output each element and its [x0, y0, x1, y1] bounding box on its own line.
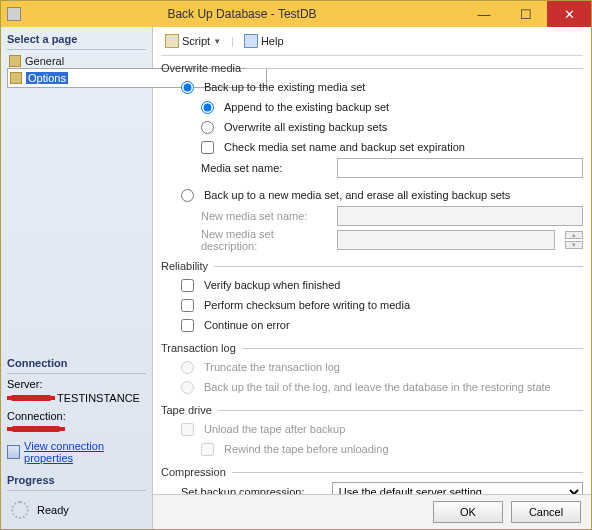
- group-compression: Compression Set backup compression: Use …: [161, 466, 583, 494]
- properties-icon: [7, 445, 20, 459]
- ok-button[interactable]: OK: [433, 501, 503, 523]
- radio-truncate-log: [181, 361, 194, 374]
- select-page-heading: Select a page: [7, 31, 146, 50]
- page-icon: [9, 55, 21, 67]
- chevron-down-icon: ▼: [213, 37, 221, 46]
- toolbar: Script ▼ | Help: [161, 31, 583, 56]
- main-panel: Script ▼ | Help Overwrite media Back up …: [153, 27, 591, 494]
- compression-select[interactable]: Use the default server setting: [332, 482, 583, 494]
- check-perform-checksum[interactable]: [181, 299, 194, 312]
- connection-label: Connection:: [7, 410, 146, 422]
- new-media-desc-input: [337, 230, 555, 250]
- server-value: TESTINSTANCE: [57, 392, 140, 404]
- connection-redacted: [7, 424, 65, 434]
- media-set-name-label: Media set name:: [201, 162, 331, 174]
- media-set-name-input[interactable]: [337, 158, 583, 178]
- new-media-desc-label: New media set description:: [201, 228, 331, 252]
- script-button[interactable]: Script ▼: [161, 33, 225, 49]
- radio-backup-tail: [181, 381, 194, 394]
- page-icon: [10, 72, 22, 84]
- progress-heading: Progress: [7, 472, 146, 491]
- dialog-footer: OK Cancel: [153, 494, 591, 529]
- window-title: Back Up Database - TestDB: [21, 7, 463, 21]
- check-rewind-tape: [201, 443, 214, 456]
- help-icon: [244, 34, 258, 48]
- new-media-name-input: [337, 206, 583, 226]
- title-bar[interactable]: Back Up Database - TestDB — ☐ ✕: [1, 1, 591, 27]
- check-continue-on-error[interactable]: [181, 319, 194, 332]
- close-button[interactable]: ✕: [547, 1, 591, 27]
- connection-heading: Connection: [7, 355, 146, 374]
- dialog-window: Back Up Database - TestDB — ☐ ✕ Select a…: [0, 0, 592, 530]
- radio-append-existing[interactable]: [201, 101, 214, 114]
- view-connection-properties-link[interactable]: View connection properties: [24, 440, 146, 464]
- check-unload-tape: [181, 423, 194, 436]
- radio-overwrite-all[interactable]: [201, 121, 214, 134]
- group-tape-drive: Tape drive Unload the tape after backup …: [161, 404, 583, 458]
- sidebar: Select a page General Options Connection…: [1, 27, 153, 529]
- group-overwrite-media: Overwrite media Back up to the existing …: [161, 62, 583, 252]
- server-redacted: [7, 393, 55, 403]
- radio-existing-media-set[interactable]: [181, 81, 194, 94]
- maximize-button[interactable]: ☐: [505, 1, 547, 27]
- app-icon: [7, 7, 21, 21]
- help-button[interactable]: Help: [240, 33, 288, 49]
- minimize-button[interactable]: —: [463, 1, 505, 27]
- new-media-name-label: New media set name:: [201, 210, 331, 222]
- group-reliability: Reliability Verify backup when finished …: [161, 260, 583, 334]
- compression-label: Set backup compression:: [181, 486, 326, 494]
- script-icon: [165, 34, 179, 48]
- check-verify-backup[interactable]: [181, 279, 194, 292]
- server-label: Server:: [7, 378, 146, 390]
- group-transaction-log: Transaction log Truncate the transaction…: [161, 342, 583, 396]
- cancel-button[interactable]: Cancel: [511, 501, 581, 523]
- progress-status: Ready: [37, 504, 69, 516]
- radio-new-media-set[interactable]: [181, 189, 194, 202]
- desc-spin: ▴▾: [565, 231, 583, 249]
- check-media-set-name[interactable]: [201, 141, 214, 154]
- progress-spinner-icon: [11, 501, 29, 519]
- sidebar-item-general[interactable]: General: [7, 54, 146, 68]
